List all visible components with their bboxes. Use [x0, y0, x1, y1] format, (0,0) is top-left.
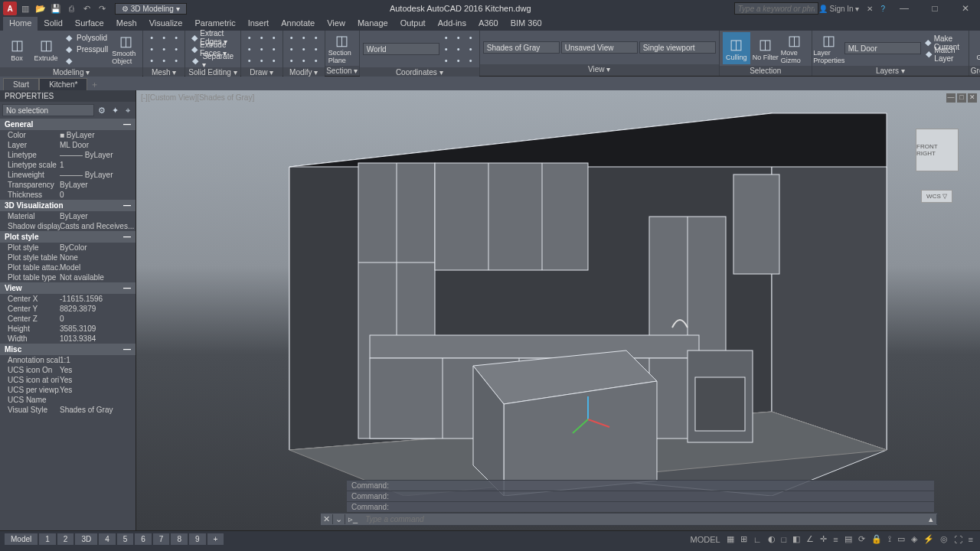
exchange-icon[interactable]: ✕	[867, 5, 873, 13]
property-row[interactable]: Center Y8829.3879	[0, 304, 136, 314]
ribbon-combo[interactable]: Single viewport	[639, 41, 716, 54]
ribbon-icon[interactable]: •	[158, 44, 169, 54]
property-row[interactable]: Thickness0	[0, 190, 136, 200]
ribbon-icon[interactable]: •	[299, 55, 309, 66]
layout-tab[interactable]: 9	[189, 533, 206, 545]
help-icon[interactable]: ?	[880, 5, 885, 13]
open-icon[interactable]: 📂	[34, 2, 47, 15]
ribbon-icon[interactable]: •	[244, 55, 255, 66]
app-logo[interactable]: A	[3, 2, 17, 15]
ribbon-panel-label[interactable]: Mesh ▾	[143, 67, 185, 77]
ribbon-icon[interactable]: •	[269, 44, 279, 54]
isolate-icon[interactable]: ◎	[938, 534, 950, 544]
command-input[interactable]	[361, 515, 925, 523]
viewcube[interactable]: FRONT RIGHT	[916, 129, 959, 171]
property-row[interactable]: TransparencyByLayer	[0, 180, 136, 190]
ribbon-icon[interactable]: •	[244, 32, 255, 43]
ribbon-icon[interactable]: •	[158, 55, 169, 66]
command-line[interactable]: ✕ ⌄ ▹_ ▴	[320, 513, 938, 526]
ribbon-small-button[interactable]: ◆Separate ▾	[188, 55, 237, 66]
ribbon-tab-bim-360[interactable]: BIM 360	[505, 17, 548, 31]
redo-icon[interactable]: ↷	[95, 2, 109, 15]
ribbon-combo[interactable]: Shades of Gray	[483, 41, 560, 54]
property-category[interactable]: View—	[0, 282, 136, 294]
ribbon-tab-manage[interactable]: Manage	[351, 17, 394, 31]
property-row[interactable]: Color■ ByLayer	[0, 130, 136, 140]
polar-icon[interactable]: ◐	[766, 534, 778, 544]
ribbon-icon[interactable]: •	[146, 44, 157, 54]
ribbon-small-button[interactable]: ◆Match Layer	[923, 49, 965, 60]
help-search-input[interactable]	[734, 2, 818, 15]
ribbon-panel-label[interactable]: Draw ▾	[241, 67, 283, 77]
ribbon-panel-label[interactable]: Modeling ▾	[0, 67, 142, 77]
quickprops-icon[interactable]: ▭	[895, 534, 907, 544]
property-row[interactable]: LayerML Door	[0, 140, 136, 150]
ribbon-icon[interactable]: •	[466, 32, 476, 43]
property-row[interactable]: Height3585.3109	[0, 324, 136, 334]
ribbon-icon[interactable]: •	[441, 55, 452, 66]
ribbon-tab-insert[interactable]: Insert	[242, 17, 276, 31]
ribbon-icon[interactable]: •	[311, 44, 322, 54]
cmdline-opts-icon[interactable]: ⌄	[333, 514, 345, 524]
workspace-switcher[interactable]: ⚙ 3D Modeling ▾	[115, 3, 187, 15]
property-category[interactable]: 3D Visualization—	[0, 200, 136, 211]
layout-tab[interactable]: 2	[57, 533, 74, 545]
ribbon-icon[interactable]: •	[299, 44, 309, 54]
selectobj-icon[interactable]: ⌖	[122, 105, 133, 116]
ribbon-icon[interactable]: •	[158, 32, 169, 43]
ribbon-small-button[interactable]: ◆Polysolid	[61, 32, 110, 43]
ribbon-button[interactable]: ◫Move Gizmo	[781, 32, 808, 64]
file-tab[interactable]: Start	[3, 78, 39, 90]
ribbon-small-button[interactable]: ◆Presspull	[61, 44, 110, 54]
ribbon-panel-label[interactable]: View ▾	[480, 64, 719, 76]
ribbon-icon[interactable]: •	[244, 44, 255, 54]
ribbon-icon[interactable]: •	[256, 44, 267, 54]
ribbon-icon[interactable]: •	[299, 32, 309, 43]
ribbon-icon[interactable]: •	[146, 32, 157, 43]
ribbon-icon[interactable]: •	[256, 55, 267, 66]
ribbon-icon[interactable]: •	[286, 44, 297, 54]
new-tab-button[interactable]: ＋	[87, 79, 101, 90]
grid-icon[interactable]: ▦	[724, 534, 737, 544]
ribbon-icon[interactable]: •	[146, 55, 157, 66]
ribbon-icon[interactable]: •	[171, 32, 181, 43]
ribbon-tab-visualize[interactable]: Visualize	[143, 17, 189, 31]
maximize-button[interactable]: □	[923, 3, 946, 14]
ribbon-icon[interactable]: •	[256, 32, 267, 43]
close-button[interactable]: ✕	[954, 3, 977, 14]
ribbon-icon[interactable]: •	[269, 55, 279, 66]
property-row[interactable]: Plot style tableNone	[0, 253, 136, 262]
property-row[interactable]: Linetype——— ByLayer	[0, 150, 136, 160]
layout-tab[interactable]: +	[207, 533, 224, 545]
vp-max-icon[interactable]: □	[957, 93, 966, 103]
ribbon-button[interactable]: ◫Section Plane	[328, 32, 356, 64]
ribbon-icon[interactable]: •	[269, 32, 279, 43]
property-row[interactable]: Visual StyleShades of Gray	[0, 405, 136, 415]
save-icon[interactable]: 💾	[49, 2, 63, 15]
ribbon-button[interactable]: ◫Extrude	[32, 33, 60, 65]
ribbon-panel-label[interactable]: Layers ▾	[812, 66, 969, 76]
vp-close-icon[interactable]: ✕	[968, 93, 977, 103]
signin-button[interactable]: 👤 Sign In ▾	[818, 5, 860, 13]
customize-icon[interactable]: ≡	[966, 535, 975, 544]
units-icon[interactable]: ⟟	[886, 534, 893, 544]
selection-combo[interactable]: No selection	[2, 104, 94, 116]
ribbon-panel-label[interactable]: Groups ▾	[969, 66, 980, 76]
undo-icon[interactable]: ↶	[80, 2, 93, 15]
quickselect-icon[interactable]: ⚙	[96, 105, 107, 116]
layout-tab[interactable]: Model	[5, 533, 38, 545]
ribbon-icon[interactable]: •	[311, 55, 322, 66]
minimize-button[interactable]: —	[893, 3, 916, 14]
ribbon-panel-label[interactable]: Solid Editing ▾	[185, 67, 240, 77]
layout-tab[interactable]: 4	[99, 533, 116, 545]
hwacc-icon[interactable]: ⚡	[921, 534, 936, 544]
ribbon-button[interactable]: ◫Box	[3, 33, 31, 65]
layout-tab[interactable]: 6	[135, 533, 152, 545]
file-tab[interactable]: Kitchen*	[39, 78, 87, 90]
ribbon-panel-label[interactable]: Section ▾	[325, 66, 359, 76]
saveas-icon[interactable]: ⎙	[64, 2, 78, 15]
property-row[interactable]: UCS icon OnYes	[0, 365, 136, 375]
ribbon-icon[interactable]: •	[171, 55, 181, 66]
property-row[interactable]: MaterialByLayer	[0, 211, 136, 221]
annomon-icon[interactable]: 🔒	[869, 534, 884, 544]
